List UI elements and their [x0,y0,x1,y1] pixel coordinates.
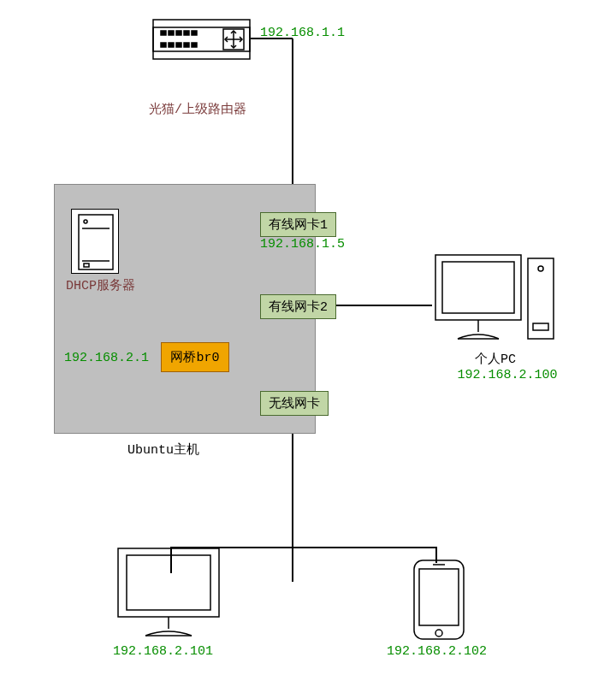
svg-rect-16 [184,43,189,47]
svg-point-39 [435,630,442,637]
svg-rect-13 [161,43,166,47]
router-label: 光猫/上级路由器 [149,101,246,117]
router-icon [152,19,251,64]
svg-point-27 [538,266,543,271]
svg-rect-11 [184,31,189,35]
nic1-ip: 192.168.1.5 [260,237,345,252]
nic2: 有线网卡2 [260,294,336,319]
svg-rect-29 [435,255,521,320]
svg-rect-9 [169,31,174,35]
router-ip: 192.168.1.1 [260,26,345,40]
network-diagram: 192.168.1.1 光猫/上级路由器 DHCP服务器 网桥br0 192.1… [0,0,616,675]
bridge-br0: 网桥br0 [161,342,229,372]
phone-ip: 192.168.2.102 [387,644,487,659]
dhcp-label: DHCP服务器 [66,277,135,293]
svg-rect-17 [192,43,197,47]
svg-rect-34 [127,555,210,610]
svg-rect-14 [169,43,174,47]
svg-rect-26 [528,258,554,339]
bridge-ip: 192.168.2.1 [64,351,149,365]
svg-rect-38 [419,569,459,625]
svg-rect-12 [192,31,197,35]
svg-rect-37 [414,560,464,639]
nic1: 有线网卡1 [260,212,336,237]
svg-rect-8 [161,31,166,35]
svg-rect-28 [533,323,548,330]
svg-rect-30 [442,262,514,313]
phone-icon [409,557,469,647]
ubuntu-label: Ubuntu主机 [127,441,199,458]
svg-rect-33 [118,548,219,617]
pc-right-label: 个人PC [475,351,516,367]
dhcp-server-icon [71,209,119,274]
svg-rect-15 [176,43,181,47]
svg-rect-10 [176,31,181,35]
nic-wifi: 无线网卡 [260,391,329,416]
pc-right-ip: 192.168.2.100 [452,368,563,382]
pc-right-icon [432,246,556,353]
pc-bottom-ip: 192.168.2.101 [113,644,213,659]
pc-bottom-icon [110,543,229,646]
